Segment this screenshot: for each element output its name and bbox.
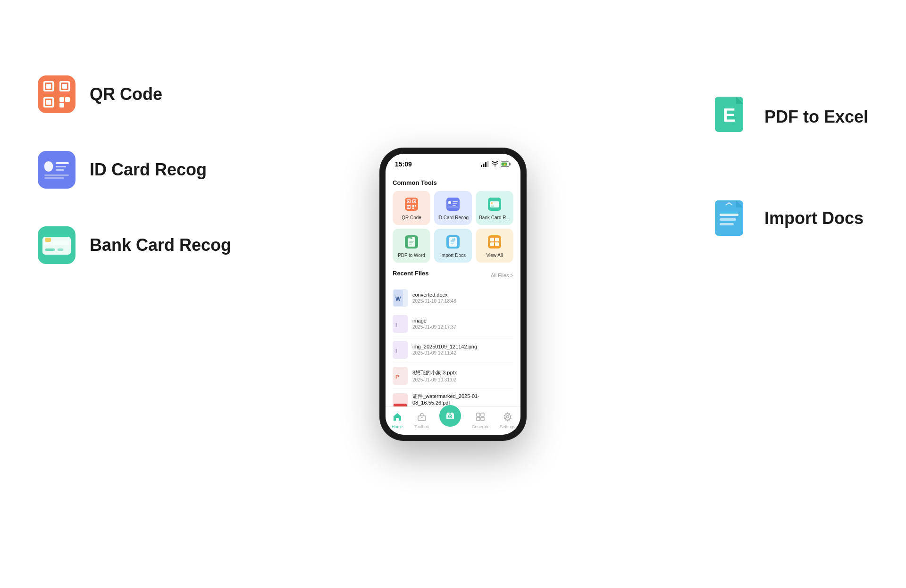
svg-rect-96 — [481, 417, 484, 421]
generate-icon — [474, 410, 487, 423]
tool-id-card[interactable]: ID Card Recog — [434, 191, 472, 225]
status-time: 15:09 — [395, 160, 412, 168]
svg-rect-99 — [715, 97, 736, 104]
svg-rect-3 — [46, 84, 51, 89]
recent-files-header: Recent Files All Files > — [393, 270, 513, 282]
id-card-label: ID Card Recog — [90, 160, 207, 180]
common-tools-title: Common Tools — [393, 179, 513, 186]
file-item[interactable]: I img_20250109_121142.png 2025-01-09 12:… — [393, 337, 513, 363]
tool-import-label: Import Docs — [440, 253, 466, 258]
tool-view-all-icon — [486, 233, 503, 250]
wifi-icon — [492, 161, 498, 167]
svg-rect-52 — [453, 205, 456, 206]
nav-generate-label: Generate — [472, 424, 490, 429]
settings-icon — [501, 410, 514, 423]
tool-bank-card[interactable]: Bank Card R... — [476, 191, 513, 225]
svg-rect-49 — [448, 201, 451, 204]
tool-id-icon — [445, 196, 461, 213]
svg-rect-45 — [412, 205, 414, 207]
svg-rect-50 — [453, 201, 458, 202]
bank-card-icon-large — [38, 226, 76, 264]
svg-text:I: I — [395, 322, 397, 328]
import-docs-icon-large — [713, 196, 750, 240]
file-name: img_20250109_121142.png — [412, 344, 513, 349]
right-panel: E PDF to Excel Import Docs — [713, 94, 868, 240]
svg-rect-19 — [44, 177, 64, 179]
svg-rect-103 — [720, 214, 738, 216]
svg-rect-32 — [510, 163, 511, 165]
svg-rect-18 — [44, 174, 69, 176]
qr-code-icon-large — [38, 75, 76, 113]
nav-home[interactable]: Home — [391, 410, 404, 429]
svg-text:E: E — [723, 105, 736, 125]
camera-icon — [439, 405, 461, 427]
tool-view-all-label: View All — [487, 253, 503, 258]
svg-rect-16 — [56, 166, 66, 167]
svg-rect-10 — [59, 97, 64, 102]
file-name: image — [412, 318, 513, 323]
left-panel: QR Code ID Card Recog — [38, 75, 231, 264]
file-item[interactable]: W converted.docx 2025-01-10 17:18:48 — [393, 285, 513, 311]
nav-camera[interactable] — [439, 412, 461, 427]
svg-rect-38 — [408, 201, 409, 202]
tool-import-docs[interactable]: Import Docs — [434, 229, 472, 263]
svg-rect-63 — [409, 242, 413, 243]
file-item[interactable]: P 8想飞的小象 3.pptx 2025-01-09 10:31:02 — [393, 363, 513, 389]
svg-rect-104 — [720, 218, 736, 221]
file-date: 2025-01-09 12:11:42 — [412, 350, 513, 356]
file-icon-docx: W — [393, 289, 408, 307]
svg-rect-95 — [477, 417, 480, 421]
svg-text:I: I — [395, 348, 397, 354]
tool-qr-code[interactable]: QR Code — [393, 191, 430, 225]
recent-files-title: Recent Files — [393, 270, 429, 277]
tool-bank-icon — [486, 196, 503, 213]
svg-rect-74 — [490, 242, 494, 246]
svg-rect-75 — [495, 242, 499, 246]
svg-rect-25 — [45, 238, 51, 242]
nav-settings-label: Settings — [500, 424, 515, 429]
svg-rect-70 — [451, 243, 453, 244]
svg-rect-58 — [491, 202, 493, 204]
svg-rect-69 — [451, 241, 454, 242]
nav-settings[interactable]: Settings — [500, 410, 515, 429]
svg-rect-35 — [405, 198, 418, 211]
phone-screen: 15:09 — [386, 154, 520, 435]
file-date: 2025-01-10 17:18:48 — [412, 298, 513, 304]
all-files-link[interactable]: All Files > — [491, 273, 513, 278]
file-icon-pdf: PDF — [393, 393, 408, 406]
file-info: 证件_watermarked_2025-01-08_16.55.26.pdf 2… — [412, 393, 513, 406]
svg-point-30 — [495, 165, 495, 166]
svg-rect-51 — [453, 203, 457, 204]
tool-pdf-word-icon: W — [403, 233, 420, 250]
nav-generate[interactable]: Generate — [472, 410, 490, 429]
tool-qr-icon — [403, 196, 420, 213]
home-icon — [391, 410, 404, 423]
svg-rect-94 — [481, 413, 484, 416]
file-name: 8想飞的小象 3.pptx — [412, 369, 513, 376]
svg-rect-72 — [490, 238, 494, 241]
svg-text:W: W — [395, 296, 401, 302]
pdf-excel-label: PDF to Excel — [764, 107, 868, 127]
svg-rect-12 — [59, 103, 64, 108]
tool-pdf-word[interactable]: W PDF to Word — [393, 229, 430, 263]
toolbox-icon — [415, 410, 428, 423]
svg-text:W: W — [408, 238, 411, 240]
nav-toolbox[interactable]: Toolbox — [414, 410, 429, 429]
file-name: 证件_watermarked_2025-01-08_16.55.26.pdf — [412, 393, 513, 406]
file-item[interactable]: PDF 证件_watermarked_2025-01-08_16.55.26.p… — [393, 389, 513, 406]
file-item[interactable]: I image 2025-01-09 12:17:37 — [393, 311, 513, 337]
svg-rect-71 — [488, 235, 501, 248]
svg-rect-14 — [44, 161, 53, 172]
pdf-excel-icon-large: E — [713, 94, 750, 139]
feature-item-qr-code: QR Code — [38, 75, 231, 113]
svg-point-92 — [450, 416, 451, 417]
file-date: 2025-01-09 12:17:37 — [412, 324, 513, 330]
svg-rect-105 — [720, 223, 734, 225]
tool-pdf-word-label: PDF to Word — [398, 253, 425, 258]
app-content: Common Tools — [386, 174, 520, 406]
tool-view-all[interactable]: View All — [476, 229, 513, 263]
svg-rect-62 — [409, 241, 414, 242]
file-info: converted.docx 2025-01-10 17:18:48 — [412, 292, 513, 304]
svg-rect-102 — [715, 200, 736, 207]
svg-rect-26 — [481, 165, 482, 167]
